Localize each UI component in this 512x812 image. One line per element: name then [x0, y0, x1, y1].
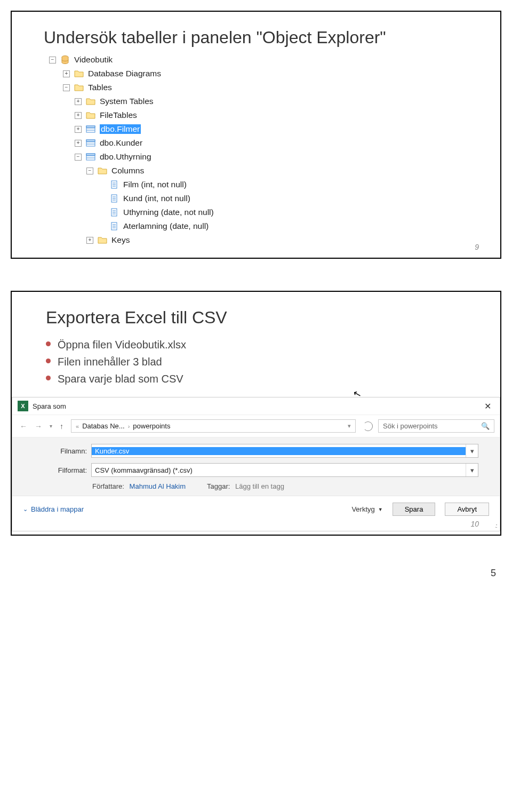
tree-label: dbo.Kunder: [100, 138, 142, 148]
table-icon: [86, 152, 95, 162]
chevron-right-icon: ›: [128, 423, 130, 429]
search-input[interactable]: Sök i powerpoints 🔍: [378, 419, 494, 433]
resize-grip-icon[interactable]: .::: [12, 522, 500, 531]
filename-label: Filnamn:: [44, 447, 87, 455]
fileformat-value: CSV (kommaavgränsad) (*.csv): [92, 466, 466, 474]
database-icon: [60, 55, 70, 65]
tree-item-col-film[interactable]: Film (int, not null): [49, 178, 479, 192]
tree-item-diagrams[interactable]: + Database Diagrams: [49, 67, 479, 81]
cancel-button[interactable]: Avbryt: [445, 503, 489, 516]
column-icon: [109, 221, 119, 231]
browse-folders-label: Bläddra i mappar: [31, 505, 84, 513]
tree-item-dbo-filmer[interactable]: + dbo.Filmer: [49, 122, 479, 136]
filename-value: Kunder.csv: [92, 447, 466, 455]
expand-icon[interactable]: +: [75, 112, 82, 119]
tree-label-selected: dbo.Filmer: [100, 124, 141, 134]
collapse-icon[interactable]: −: [49, 57, 56, 63]
chevron-down-icon[interactable]: ▾: [47, 423, 54, 429]
tree-label: FileTables: [100, 110, 137, 120]
chevron-down-icon[interactable]: ▾: [466, 444, 478, 457]
expand-icon[interactable]: +: [63, 70, 70, 77]
tree-label: Uthyrning (date, not null): [123, 208, 214, 217]
slide-1: Undersök tabeller i panelen "Object Expl…: [11, 11, 501, 259]
close-button[interactable]: ✕: [481, 401, 494, 411]
refresh-icon[interactable]: [363, 421, 373, 431]
folder-icon: [98, 235, 107, 245]
nav-up-icon[interactable]: ↑: [58, 422, 66, 431]
folder-icon: [98, 166, 107, 176]
fileformat-select[interactable]: CSV (kommaavgränsad) (*.csv) ▾: [91, 463, 478, 477]
svg-rect-8: [86, 140, 95, 141]
expand-icon[interactable]: +: [86, 237, 93, 244]
tree-item-dbo-uthyrning[interactable]: − dbo.Uthyrning: [49, 150, 479, 164]
tree-root[interactable]: − Videobutik: [49, 53, 479, 67]
search-placeholder: Sök i powerpoints: [383, 422, 438, 430]
column-icon: [109, 180, 119, 189]
save-as-dialog: ↖ X Spara som ✕ ← → ▾ ↑ « Databas Ne... …: [12, 397, 500, 531]
filename-input[interactable]: Kunder.csv ▾: [91, 444, 478, 458]
slide-2: Exportera Excel till CSV Öppna filen Vid…: [11, 291, 501, 536]
slide1-title: Undersök tabeller i panelen "Object Expl…: [44, 28, 479, 47]
svg-rect-4: [86, 126, 95, 128]
excel-icon: X: [18, 401, 28, 411]
tree-label: Videobutik: [74, 55, 113, 65]
chevron-left-icon: «: [76, 423, 79, 429]
bullet-item: Öppna filen Videobutik.xlsx: [46, 336, 479, 353]
tools-dropdown[interactable]: Verktyg ▼: [351, 505, 382, 513]
tree-item-col-aterlamning[interactable]: Aterlamning (date, null): [49, 219, 479, 233]
tags-value[interactable]: Lägg till en tagg: [235, 482, 284, 490]
chevron-down-icon: ▼: [378, 507, 383, 512]
dialog-title: Spara som: [33, 402, 66, 410]
nav-back-icon[interactable]: ←: [18, 422, 29, 431]
expand-icon[interactable]: +: [75, 98, 82, 105]
tree-item-file-tables[interactable]: + FileTables: [49, 108, 479, 122]
tree-label: Keys: [111, 235, 130, 245]
tree-label: Database Diagrams: [88, 69, 161, 78]
slide2-title: Exportera Excel till CSV: [46, 308, 479, 328]
tree-label: Tables: [88, 83, 112, 92]
tree-item-columns[interactable]: − Columns: [49, 164, 479, 178]
tree-item-col-kund[interactable]: Kund (int, not null): [49, 192, 479, 205]
collapse-icon[interactable]: −: [63, 84, 70, 91]
svg-rect-12: [86, 154, 95, 155]
tools-label: Verktyg: [351, 505, 374, 513]
chevron-down-icon[interactable]: ▾: [466, 464, 478, 476]
folder-icon: [86, 97, 95, 106]
chevron-down-icon[interactable]: ▾: [348, 423, 351, 429]
folder-icon: [74, 69, 84, 78]
table-icon: [86, 138, 95, 148]
document-page-number: 5: [11, 568, 501, 579]
expand-icon[interactable]: +: [75, 126, 82, 133]
collapse-icon[interactable]: −: [75, 154, 82, 161]
breadcrumb-bar[interactable]: « Databas Ne... › powerpoints ▾: [71, 419, 356, 433]
table-icon: [86, 124, 95, 134]
search-icon: 🔍: [481, 422, 490, 430]
browse-folders-toggle[interactable]: ⌄ Bläddra i mappar: [23, 505, 84, 513]
collapse-icon[interactable]: −: [86, 168, 93, 174]
author-label: Författare:: [92, 482, 124, 490]
tree-item-tables[interactable]: − Tables: [49, 81, 479, 94]
tree-label: dbo.Uthyrning: [100, 152, 151, 162]
slide2-bullets: Öppna filen Videobutik.xlsx Filen innehå…: [46, 336, 479, 387]
tree-label: System Tables: [100, 97, 154, 106]
slide1-page-number: 9: [475, 243, 479, 251]
tree-item-dbo-kunder[interactable]: + dbo.Kunder: [49, 136, 479, 150]
breadcrumb-segment[interactable]: Databas Ne...: [82, 422, 125, 430]
tree-item-keys[interactable]: + Keys: [49, 233, 479, 247]
folder-icon: [74, 83, 84, 92]
column-icon: [109, 208, 119, 217]
tree-item-system-tables[interactable]: + System Tables: [49, 94, 479, 108]
author-value[interactable]: Mahmud Al Hakim: [130, 482, 186, 490]
tree-label: Aterlamning (date, null): [123, 221, 209, 231]
save-button[interactable]: Spara: [393, 503, 436, 516]
tags-label: Taggar:: [207, 482, 230, 490]
expand-icon[interactable]: +: [75, 140, 82, 147]
tree-label: Columns: [111, 166, 144, 176]
tree-label: Kund (int, not null): [123, 194, 190, 203]
tree-item-col-uthyrning[interactable]: Uthyrning (date, not null): [49, 205, 479, 219]
breadcrumb-segment[interactable]: powerpoints: [133, 422, 170, 430]
object-explorer-tree: − Videobutik + Database Diagrams − Table…: [49, 53, 479, 247]
nav-forward-icon[interactable]: →: [33, 422, 44, 431]
tree-label: Film (int, not null): [123, 180, 187, 189]
slide2-page-number: 10: [470, 520, 479, 528]
